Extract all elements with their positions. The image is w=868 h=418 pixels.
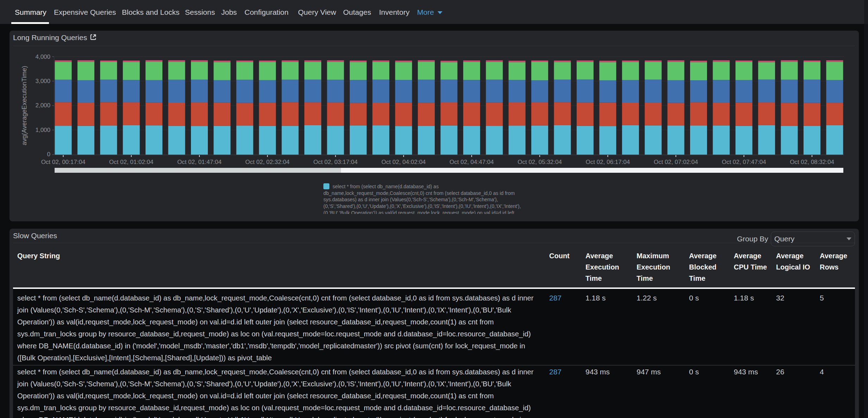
- svg-text:Oct 02, 03:17:04: Oct 02, 03:17:04: [314, 159, 358, 165]
- svg-text:avg(AverageExecutionTime): avg(AverageExecutionTime): [21, 66, 28, 145]
- svg-text:Oct 02, 07:02:04: Oct 02, 07:02:04: [654, 159, 698, 165]
- svg-text:1,000: 1,000: [35, 127, 50, 133]
- svg-text:4,000: 4,000: [35, 53, 50, 60]
- svg-text:Oct 02, 08:32:04: Oct 02, 08:32:04: [790, 159, 834, 165]
- svg-text:Oct 02, 01:02:04: Oct 02, 01:02:04: [109, 159, 154, 165]
- svg-text:Oct 02, 04:02:04: Oct 02, 04:02:04: [382, 159, 426, 165]
- svg-text:2,000: 2,000: [35, 102, 50, 109]
- svg-text:Oct 02, 00:17:04: Oct 02, 00:17:04: [41, 159, 86, 165]
- svg-text:Oct 02, 01:47:04: Oct 02, 01:47:04: [177, 159, 222, 165]
- svg-text:Oct 02, 02:32:04: Oct 02, 02:32:04: [245, 159, 290, 165]
- svg-text:3,000: 3,000: [35, 78, 50, 84]
- svg-text:Oct 02, 04:47:04: Oct 02, 04:47:04: [450, 159, 494, 165]
- svg-text:Oct 02, 07:47:04: Oct 02, 07:47:04: [722, 159, 766, 165]
- svg-text:Oct 02, 05:32:04: Oct 02, 05:32:04: [517, 159, 562, 165]
- svg-text:Oct 02, 06:17:04: Oct 02, 06:17:04: [585, 159, 630, 165]
- svg-text:0: 0: [47, 151, 50, 158]
